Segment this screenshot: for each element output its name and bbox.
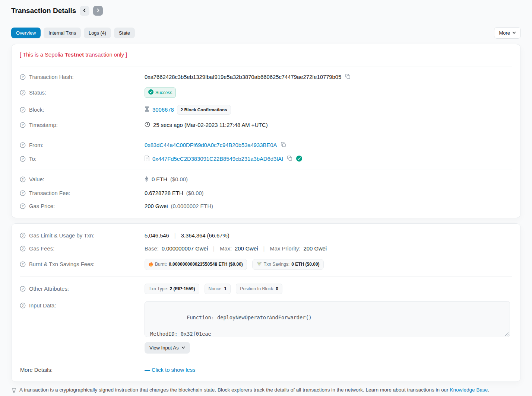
gas-section: ? Gas Limit & Usage by Txn: 5,046,546 | …	[20, 226, 512, 277]
svg-text:?: ?	[22, 234, 24, 237]
status-label: Status:	[29, 90, 46, 96]
max-priority-fee-value: 200 Gwei	[304, 246, 327, 252]
chevron-right-icon	[96, 8, 100, 14]
copy-to-address-button[interactable]	[286, 156, 293, 162]
gas-price-label: Gas Price:	[29, 203, 55, 209]
tab-list: Overview Internal Txns Logs (4) State	[11, 28, 494, 38]
burnt-badge: Burnt: 0.000000000023550548 ETH ($0.00)	[145, 259, 247, 270]
svg-text:?: ?	[22, 178, 24, 181]
help-icon[interactable]: ?	[20, 203, 26, 209]
timestamp-value: 25 secs ago (Mar-02-2023 11:27:48 AM +UT…	[153, 122, 268, 128]
tab-internal-txns[interactable]: Internal Txns	[44, 28, 81, 38]
svg-text:?: ?	[22, 108, 24, 112]
details-card: ? Gas Limit & Usage by Txn: 5,046,546 | …	[11, 223, 521, 382]
gas-price-amount: 200 Gwei	[145, 203, 168, 209]
burnt-value: 0.000000000023550548 ETH ($0.00)	[169, 262, 243, 267]
chevron-down-icon	[181, 345, 185, 351]
copy-icon	[281, 142, 286, 148]
transaction-fee-row: ? Transaction Fee: 0.6728728 ETH ($0.00)	[20, 186, 512, 199]
help-icon[interactable]: ?	[20, 142, 26, 148]
txn-savings-label: Txn Savings:	[264, 262, 289, 267]
txn-type-value: 2 (EIP-1559)	[170, 286, 195, 291]
help-icon[interactable]: ?	[20, 303, 26, 309]
input-data-row: ? Input Data: Function: deployNewOperato…	[20, 297, 512, 357]
help-icon[interactable]: ?	[20, 122, 26, 128]
copy-icon	[345, 74, 351, 80]
lightbulb-icon	[11, 387, 17, 394]
nonce-label: Nonce:	[209, 286, 223, 291]
testnet-warning: [ This is a Sepolia Testnet transaction …	[20, 47, 512, 64]
block-number-link[interactable]: 3006678	[152, 107, 174, 113]
page-footer: A transaction is a cryptographically sig…	[0, 382, 532, 396]
svg-text:?: ?	[22, 191, 24, 195]
tab-overview[interactable]: Overview	[11, 28, 41, 38]
help-icon[interactable]: ?	[20, 190, 26, 196]
previous-transaction-button[interactable]	[80, 6, 89, 16]
timestamp-label: Timestamp:	[29, 122, 58, 128]
position-in-block-value: 0	[276, 286, 278, 291]
base-fee-value: 0.000000007 Gwei	[162, 246, 208, 252]
transaction-fee-amount: 0.6728728 ETH	[145, 190, 183, 196]
value-label: Value:	[29, 176, 44, 182]
chevron-left-icon	[82, 8, 87, 14]
from-address-link[interactable]: 0x83dC44a4C00DFf69d0A0c7c94B20b53a4933BE…	[145, 142, 277, 148]
gas-fees-label: Gas Fees:	[29, 246, 54, 252]
input-data-textarea[interactable]: Function: deployNewOperatorAndForwarder(…	[145, 301, 510, 337]
max-fee-label: Max:	[220, 246, 232, 252]
help-icon[interactable]: ?	[20, 286, 26, 292]
burnt-savings-row: ? Burnt & Txn Savings Fees: Burnt: 0.000…	[20, 255, 512, 274]
value-usd: ($0.00)	[170, 176, 188, 182]
more-dropdown-button[interactable]: More	[494, 27, 521, 39]
clock-icon	[145, 122, 150, 128]
money-wings-icon	[256, 262, 262, 267]
value-section: ? Value: 0 ETH ($0.00) ? Tran	[20, 169, 512, 215]
copy-hash-button[interactable]	[344, 74, 351, 80]
show-less-link[interactable]: — Click to show less	[145, 367, 196, 373]
svg-text:?: ?	[22, 204, 24, 208]
help-icon[interactable]: ?	[20, 233, 26, 239]
help-icon[interactable]: ?	[20, 74, 26, 80]
help-icon[interactable]: ?	[20, 107, 26, 113]
help-icon[interactable]: ?	[20, 176, 26, 182]
more-button-label: More	[499, 30, 510, 36]
fire-icon	[149, 261, 153, 268]
gas-limit-label: Gas Limit & Usage by Txn:	[29, 233, 95, 239]
resize-handle[interactable]	[505, 332, 509, 336]
transaction-hash-label: Transaction Hash:	[29, 74, 74, 80]
to-label: To:	[29, 156, 37, 162]
to-address-link[interactable]: 0x447Fd5eC2D383091C22B8549cb231a3bAD6d3f…	[152, 156, 283, 162]
value-amount: 0 ETH	[152, 176, 167, 182]
page-header: Transaction Details	[0, 0, 532, 21]
position-in-block-label: Position In Block:	[240, 286, 274, 291]
transaction-details-page: Transaction Details Overview Internal Tx…	[0, 0, 532, 396]
transaction-summary-section: ? Transaction Hash: 0xa7662428c3b5eb1329…	[20, 67, 512, 135]
hourglass-icon	[145, 106, 149, 113]
tab-state[interactable]: State	[114, 28, 135, 38]
value-row: ? Value: 0 ETH ($0.00)	[20, 172, 512, 186]
view-input-as-button[interactable]: View Input As	[145, 342, 190, 354]
burnt-savings-label: Burnt & Txn Savings Fees:	[29, 261, 95, 267]
help-icon[interactable]: ?	[20, 90, 26, 96]
help-icon[interactable]: ?	[20, 261, 26, 267]
svg-text:?: ?	[22, 143, 24, 147]
help-icon[interactable]: ?	[20, 156, 26, 162]
gas-usage-value: 3,364,364 (66.67%)	[181, 233, 229, 239]
help-icon[interactable]: ?	[20, 246, 26, 252]
svg-text:?: ?	[22, 287, 24, 291]
from-label: From:	[29, 142, 44, 148]
status-row: ? Status: Success	[20, 84, 512, 101]
svg-text:?: ?	[22, 91, 24, 95]
timestamp-row: ? Timestamp: 25 secs ago (Mar-02-2023 11…	[20, 118, 512, 132]
to-row: ? To: 0x447Fd5eC2D383091C22B8549cb231a3b…	[20, 152, 512, 166]
copy-from-address-button[interactable]	[280, 142, 287, 148]
svg-text:?: ?	[22, 304, 24, 307]
page-title: Transaction Details	[11, 7, 76, 15]
tab-logs[interactable]: Logs (4)	[84, 28, 111, 38]
next-transaction-button[interactable]	[93, 6, 103, 16]
transaction-fee-label: Transaction Fee:	[29, 190, 70, 196]
transaction-fee-usd: ($0.00)	[186, 190, 204, 196]
verified-check-icon	[296, 156, 302, 163]
knowledge-base-link[interactable]: Knowledge Base	[450, 387, 488, 393]
pipe-separator: |	[211, 246, 217, 252]
contract-icon	[145, 156, 149, 162]
